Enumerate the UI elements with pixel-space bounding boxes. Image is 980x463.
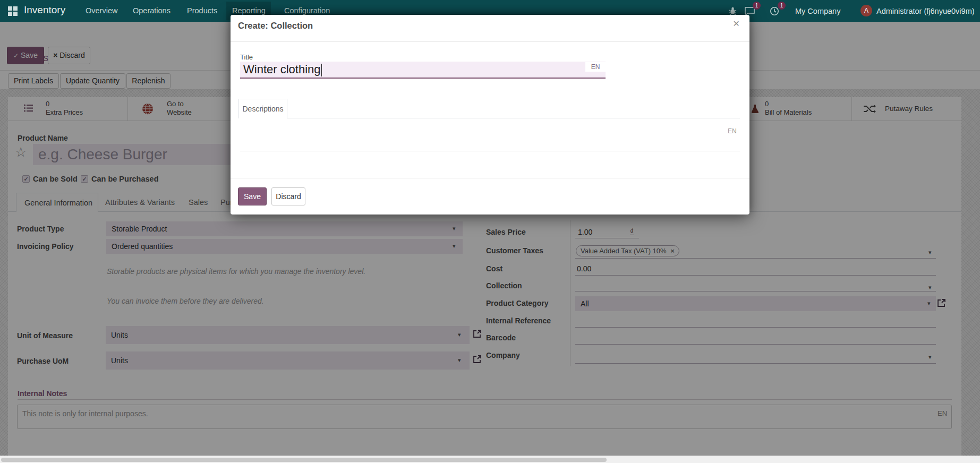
- scrollbar-thumb[interactable]: [1, 458, 607, 462]
- nav-item-configuration[interactable]: Configuration: [284, 6, 330, 15]
- debug-bug-icon[interactable]: [728, 6, 737, 15]
- title-field-label: Title: [240, 53, 253, 61]
- dialog-save-button[interactable]: Save: [238, 187, 267, 205]
- create-collection-dialog: Create: Collection × Title Winter clothi…: [231, 15, 749, 215]
- nav-item-products[interactable]: Products: [187, 6, 217, 15]
- apps-grid-icon[interactable]: [8, 6, 18, 16]
- close-icon[interactable]: ×: [733, 17, 739, 30]
- description-language-badge[interactable]: EN: [728, 127, 737, 135]
- dialog-discard-button[interactable]: Discard: [271, 187, 305, 205]
- title-input-value: Winter clothing: [243, 63, 321, 76]
- activities-badge: 1: [778, 2, 786, 10]
- title-language-badge[interactable]: EN: [585, 62, 606, 72]
- avatar[interactable]: A: [860, 5, 872, 16]
- messages-badge: 1: [753, 2, 761, 10]
- dialog-title: Create: Collection: [238, 21, 313, 31]
- nav-item-reporting[interactable]: Reporting: [232, 6, 266, 15]
- app-name[interactable]: Inventory: [24, 4, 65, 16]
- horizontal-scrollbar[interactable]: [0, 456, 980, 463]
- text-cursor: [321, 64, 322, 76]
- nav-item-operations[interactable]: Operations: [133, 6, 171, 15]
- company-switcher[interactable]: My Company: [795, 7, 840, 15]
- title-input[interactable]: Winter clothing EN: [240, 62, 606, 79]
- user-menu[interactable]: Administrator (fj6nyue0vi9m): [876, 7, 975, 15]
- description-field[interactable]: [240, 151, 740, 151]
- nav-item-overview[interactable]: Overview: [86, 6, 117, 15]
- tab-descriptions[interactable]: Descriptions: [238, 99, 287, 118]
